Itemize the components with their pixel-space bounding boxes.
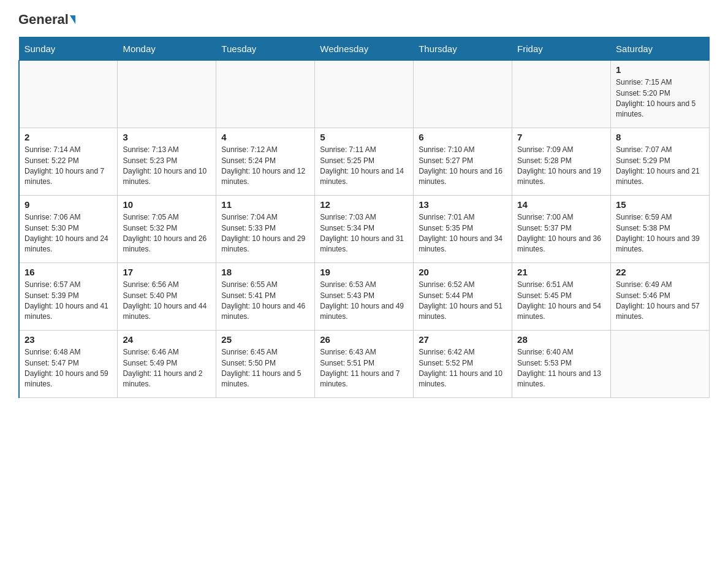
day-info: Sunrise: 7:13 AM Sunset: 5:23 PM Dayligh… (123, 145, 211, 188)
day-info: Sunrise: 6:51 AM Sunset: 5:45 PM Dayligh… (517, 280, 605, 323)
day-number: 16 (25, 267, 112, 277)
day-cell: 27Sunrise: 6:42 AM Sunset: 5:52 PM Dayli… (414, 331, 512, 398)
day-cell: 9Sunrise: 7:06 AM Sunset: 5:30 PM Daylig… (19, 196, 118, 263)
day-number: 10 (123, 199, 211, 210)
day-cell (315, 61, 414, 128)
header-row: SundayMondayTuesdayWednesdayThursdayFrid… (19, 37, 710, 61)
day-cell: 11Sunrise: 7:04 AM Sunset: 5:33 PM Dayli… (216, 196, 315, 263)
weekday-header-tuesday: Tuesday (216, 37, 315, 61)
weekday-header-wednesday: Wednesday (315, 37, 414, 61)
day-info: Sunrise: 6:59 AM Sunset: 5:38 PM Dayligh… (616, 212, 704, 255)
weekday-header-monday: Monday (118, 37, 216, 61)
day-cell: 22Sunrise: 6:49 AM Sunset: 5:46 PM Dayli… (611, 263, 710, 331)
day-number: 17 (123, 267, 211, 277)
day-info: Sunrise: 6:55 AM Sunset: 5:41 PM Dayligh… (221, 280, 309, 323)
day-number: 4 (221, 132, 309, 142)
day-number: 6 (419, 132, 507, 142)
weekday-header-sunday: Sunday (19, 37, 118, 61)
day-number: 1 (616, 64, 704, 75)
day-info: Sunrise: 6:42 AM Sunset: 5:52 PM Dayligh… (419, 347, 507, 390)
day-number: 27 (419, 334, 507, 345)
day-cell: 25Sunrise: 6:45 AM Sunset: 5:50 PM Dayli… (216, 331, 315, 398)
day-cell (611, 331, 710, 398)
day-info: Sunrise: 7:07 AM Sunset: 5:29 PM Dayligh… (616, 145, 704, 188)
day-info: Sunrise: 7:06 AM Sunset: 5:30 PM Dayligh… (25, 212, 112, 255)
day-number: 15 (616, 199, 704, 210)
day-cell (414, 61, 512, 128)
day-cell: 7Sunrise: 7:09 AM Sunset: 5:28 PM Daylig… (512, 128, 611, 196)
calendar-table: SundayMondayTuesdayWednesdayThursdayFrid… (18, 37, 710, 398)
day-cell: 19Sunrise: 6:53 AM Sunset: 5:43 PM Dayli… (315, 263, 414, 331)
day-cell (19, 61, 118, 128)
day-number: 26 (320, 334, 408, 345)
week-row-3: 9Sunrise: 7:06 AM Sunset: 5:30 PM Daylig… (19, 196, 710, 263)
day-cell: 24Sunrise: 6:46 AM Sunset: 5:49 PM Dayli… (118, 331, 216, 398)
day-number: 23 (25, 334, 112, 345)
day-info: Sunrise: 7:04 AM Sunset: 5:33 PM Dayligh… (221, 212, 309, 255)
day-cell: 16Sunrise: 6:57 AM Sunset: 5:39 PM Dayli… (19, 263, 118, 331)
week-row-1: 1Sunrise: 7:15 AM Sunset: 5:20 PM Daylig… (19, 61, 710, 128)
day-cell: 23Sunrise: 6:48 AM Sunset: 5:47 PM Dayli… (19, 331, 118, 398)
day-number: 25 (221, 334, 309, 345)
day-info: Sunrise: 7:15 AM Sunset: 5:20 PM Dayligh… (616, 77, 704, 120)
day-number: 12 (320, 199, 408, 210)
day-cell: 8Sunrise: 7:07 AM Sunset: 5:29 PM Daylig… (611, 128, 710, 196)
day-cell: 2Sunrise: 7:14 AM Sunset: 5:22 PM Daylig… (19, 128, 118, 196)
day-cell: 18Sunrise: 6:55 AM Sunset: 5:41 PM Dayli… (216, 263, 315, 331)
day-info: Sunrise: 7:00 AM Sunset: 5:37 PM Dayligh… (517, 212, 605, 255)
day-number: 14 (517, 199, 605, 210)
weekday-header-friday: Friday (512, 37, 611, 61)
day-cell: 13Sunrise: 7:01 AM Sunset: 5:35 PM Dayli… (414, 196, 512, 263)
day-info: Sunrise: 7:12 AM Sunset: 5:24 PM Dayligh… (221, 145, 309, 188)
day-cell: 6Sunrise: 7:10 AM Sunset: 5:27 PM Daylig… (414, 128, 512, 196)
day-number: 9 (25, 199, 112, 210)
day-number: 19 (320, 267, 408, 277)
day-info: Sunrise: 7:14 AM Sunset: 5:22 PM Dayligh… (25, 145, 112, 188)
weekday-header-saturday: Saturday (611, 37, 710, 61)
day-cell: 17Sunrise: 6:56 AM Sunset: 5:40 PM Dayli… (118, 263, 216, 331)
day-number: 13 (419, 199, 507, 210)
day-cell: 3Sunrise: 7:13 AM Sunset: 5:23 PM Daylig… (118, 128, 216, 196)
day-info: Sunrise: 6:43 AM Sunset: 5:51 PM Dayligh… (320, 347, 408, 390)
day-number: 3 (123, 132, 211, 142)
calendar-header: SundayMondayTuesdayWednesdayThursdayFrid… (19, 37, 710, 61)
week-row-2: 2Sunrise: 7:14 AM Sunset: 5:22 PM Daylig… (19, 128, 710, 196)
day-cell (216, 61, 315, 128)
day-info: Sunrise: 6:53 AM Sunset: 5:43 PM Dayligh… (320, 280, 408, 323)
day-number: 21 (517, 267, 605, 277)
day-number: 18 (221, 267, 309, 277)
day-cell: 10Sunrise: 7:05 AM Sunset: 5:32 PM Dayli… (118, 196, 216, 263)
day-cell: 1Sunrise: 7:15 AM Sunset: 5:20 PM Daylig… (611, 61, 710, 128)
day-info: Sunrise: 6:46 AM Sunset: 5:49 PM Dayligh… (123, 347, 211, 390)
day-cell: 14Sunrise: 7:00 AM Sunset: 5:37 PM Dayli… (512, 196, 611, 263)
day-number: 5 (320, 132, 408, 142)
week-row-5: 23Sunrise: 6:48 AM Sunset: 5:47 PM Dayli… (19, 331, 710, 398)
day-info: Sunrise: 6:56 AM Sunset: 5:40 PM Dayligh… (123, 280, 211, 323)
day-cell: 12Sunrise: 7:03 AM Sunset: 5:34 PM Dayli… (315, 196, 414, 263)
day-info: Sunrise: 7:05 AM Sunset: 5:32 PM Dayligh… (123, 212, 211, 255)
day-info: Sunrise: 7:09 AM Sunset: 5:28 PM Dayligh… (517, 145, 605, 188)
day-cell: 28Sunrise: 6:40 AM Sunset: 5:53 PM Dayli… (512, 331, 611, 398)
day-info: Sunrise: 7:11 AM Sunset: 5:25 PM Dayligh… (320, 145, 408, 188)
logo: General (18, 12, 75, 27)
day-info: Sunrise: 7:01 AM Sunset: 5:35 PM Dayligh… (419, 212, 507, 255)
day-info: Sunrise: 6:57 AM Sunset: 5:39 PM Dayligh… (25, 280, 112, 323)
day-number: 24 (123, 334, 211, 345)
day-number: 8 (616, 132, 704, 142)
day-info: Sunrise: 6:52 AM Sunset: 5:44 PM Dayligh… (419, 280, 507, 323)
day-number: 2 (25, 132, 112, 142)
day-number: 7 (517, 132, 605, 142)
day-info: Sunrise: 7:03 AM Sunset: 5:34 PM Dayligh… (320, 212, 408, 255)
day-info: Sunrise: 6:40 AM Sunset: 5:53 PM Dayligh… (517, 347, 605, 390)
day-cell: 26Sunrise: 6:43 AM Sunset: 5:51 PM Dayli… (315, 331, 414, 398)
weekday-header-thursday: Thursday (414, 37, 512, 61)
logo-triangle-icon (70, 15, 75, 24)
day-info: Sunrise: 7:10 AM Sunset: 5:27 PM Dayligh… (419, 145, 507, 188)
day-cell (512, 61, 611, 128)
calendar-body: 1Sunrise: 7:15 AM Sunset: 5:20 PM Daylig… (19, 61, 710, 398)
day-number: 28 (517, 334, 605, 345)
day-info: Sunrise: 6:45 AM Sunset: 5:50 PM Dayligh… (221, 347, 309, 390)
day-cell (118, 61, 216, 128)
day-info: Sunrise: 6:49 AM Sunset: 5:46 PM Dayligh… (616, 280, 704, 323)
day-number: 20 (419, 267, 507, 277)
